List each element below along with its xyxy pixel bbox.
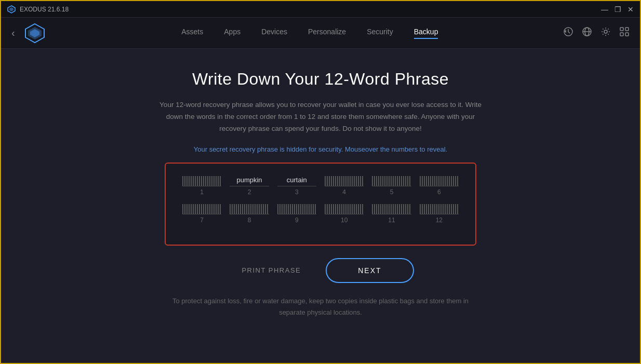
phrase-number-7: 7 — [200, 217, 204, 224]
phrase-cell-6: 6 — [420, 176, 459, 196]
svg-point-9 — [604, 30, 607, 33]
svg-rect-10 — [620, 28, 623, 31]
phrase-cell-7: 7 — [182, 204, 221, 224]
main-content: Write Down Your 12-Word Phrase Your 12-w… — [1, 49, 640, 364]
phrase-word-3: curtain — [277, 176, 316, 186]
phrase-word-9 — [277, 204, 316, 214]
phrase-number-11: 11 — [388, 217, 395, 224]
nav-apps[interactable]: Apps — [224, 28, 241, 39]
svg-rect-13 — [625, 33, 629, 36]
svg-rect-12 — [620, 33, 623, 36]
svg-rect-11 — [625, 28, 629, 31]
svg-marker-1 — [9, 7, 14, 11]
globe-icon-button[interactable] — [582, 26, 592, 39]
phrase-cell-10: 10 — [325, 204, 364, 224]
bottom-note: To protect against loss, fire or water d… — [159, 295, 482, 318]
page-description: Your 12-word recovery phrase allows you … — [159, 99, 482, 135]
phrase-cell-5: 5 — [372, 176, 411, 196]
phrase-cell-4: 4 — [325, 176, 364, 196]
phrase-word-5 — [372, 176, 411, 186]
buttons-row: PRINT PHRASE NEXT — [227, 258, 413, 283]
page-title: Write Down Your 12-Word Phrase — [192, 70, 449, 89]
phrase-number-4: 4 — [342, 188, 346, 196]
back-button[interactable]: ‹ — [11, 27, 15, 39]
close-button[interactable]: ✕ — [627, 6, 634, 13]
phrase-number-6: 6 — [437, 188, 441, 196]
phrase-number-8: 8 — [248, 217, 251, 224]
maximize-button[interactable]: ❐ — [615, 6, 621, 13]
nav-links: Assets Apps Devices Personalize Security… — [57, 28, 563, 39]
history-icon-button[interactable] — [563, 26, 573, 39]
phrase-word-8 — [230, 204, 269, 214]
phrase-word-10 — [325, 204, 364, 214]
minimize-button[interactable]: — — [601, 6, 608, 13]
navbar: ‹ Assets Apps Devices Personalize Securi… — [1, 18, 640, 49]
phrase-cell-12: 12 — [420, 204, 459, 224]
next-button[interactable]: NEXT — [326, 258, 413, 283]
print-phrase-button[interactable]: PRINT PHRASE — [227, 259, 315, 281]
phrase-cell-1: 1 — [182, 176, 221, 196]
phrase-word-2: pumpkin — [230, 176, 269, 186]
phrase-cell-9: 9 — [277, 204, 316, 224]
nav-personalize[interactable]: Personalize — [308, 28, 346, 39]
titlebar-controls: — ❐ ✕ — [601, 6, 634, 13]
exodus-logo — [23, 22, 46, 45]
titlebar: EXODUS 21.6.18 — ❐ ✕ — [1, 1, 640, 18]
phrase-word-1 — [182, 176, 221, 186]
titlebar-left: EXODUS 21.6.18 — [7, 5, 69, 14]
phrase-cell-11: 11 — [372, 204, 411, 224]
nav-devices[interactable]: Devices — [261, 28, 287, 39]
phrase-number-3: 3 — [295, 188, 299, 196]
phrase-word-12 — [420, 204, 459, 214]
phrase-number-2: 2 — [248, 188, 251, 196]
grid-icon-button[interactable] — [619, 26, 630, 39]
phrase-number-5: 5 — [390, 188, 394, 196]
phrase-cell-3: curtain 3 — [277, 176, 316, 196]
app-icon — [7, 5, 16, 14]
phrase-grid: 1 pumpkin 2 curtain 3 4 5 6 — [182, 176, 459, 232]
phrase-word-4 — [325, 176, 364, 186]
phrase-word-7 — [182, 204, 221, 214]
phrase-number-12: 12 — [436, 217, 443, 224]
nav-security[interactable]: Security — [367, 28, 393, 39]
phrase-word-11 — [372, 204, 411, 214]
security-hint: Your secret recovery phrase is hidden fo… — [194, 145, 447, 153]
nav-assets[interactable]: Assets — [181, 28, 203, 39]
phrase-cell-2: pumpkin 2 — [230, 176, 269, 196]
nav-backup[interactable]: Backup — [414, 28, 438, 39]
app-title: EXODUS 21.6.18 — [20, 6, 69, 13]
phrase-cell-8: 8 — [230, 204, 269, 224]
phrase-word-6 — [420, 176, 459, 186]
nav-icons — [563, 26, 630, 39]
phrase-container: 1 pumpkin 2 curtain 3 4 5 6 — [165, 163, 476, 246]
phrase-number-1: 1 — [200, 188, 204, 196]
phrase-number-9: 9 — [295, 217, 299, 224]
phrase-number-10: 10 — [341, 217, 348, 224]
settings-icon-button[interactable] — [600, 26, 611, 39]
